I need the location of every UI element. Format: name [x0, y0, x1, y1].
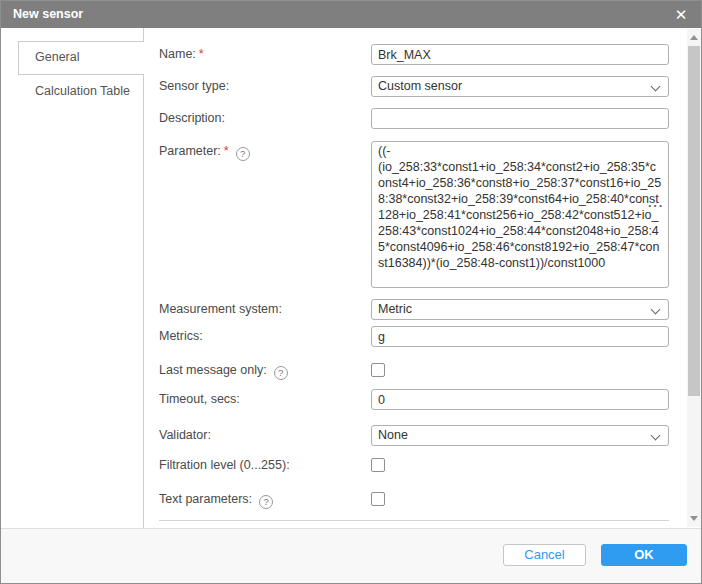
filtration-level-checkbox[interactable] [371, 458, 385, 472]
arrow-up-icon[interactable] [690, 35, 698, 40]
selected-value: None [378, 426, 408, 445]
required-marker: * [199, 47, 204, 61]
form-row-name: Name:* [1, 44, 687, 65]
parameter-expand-button[interactable]: ··· [648, 199, 664, 213]
metrics-input[interactable] [371, 326, 669, 347]
form-row-sensor-type: Sensor type: Custom sensor [1, 76, 687, 97]
timeout-input[interactable] [371, 389, 669, 410]
selected-value: Metric [378, 300, 412, 319]
form-row-text-parameters: Text parameters:? [1, 492, 687, 508]
sensor-type-select[interactable]: Custom sensor [371, 76, 669, 97]
titlebar: New sensor ✕ [1, 1, 701, 28]
measurement-system-label: Measurement system: [159, 299, 282, 320]
tab-column-divider [143, 28, 144, 41]
section-divider [159, 520, 669, 521]
form-row-measurement-system: Measurement system: Metric [1, 299, 687, 320]
parameter-label: Parameter:*? [159, 141, 250, 162]
arrow-down-icon[interactable] [690, 516, 698, 521]
chevron-down-icon [651, 431, 661, 441]
close-icon[interactable]: ✕ [671, 1, 691, 28]
text-parameters-checkbox[interactable] [371, 492, 385, 506]
form-row-filtration-level: Filtration level (0...255): [1, 458, 687, 474]
validator-label: Validator: [159, 425, 211, 446]
description-label: Description: [159, 108, 225, 129]
form-row-validator: Validator: None [1, 425, 687, 446]
question-icon[interactable]: ? [236, 147, 250, 161]
timeout-label: Timeout, secs: [159, 389, 240, 410]
last-message-only-label: Last message only:? [159, 363, 288, 380]
chevron-down-icon [651, 305, 661, 315]
selected-value: Custom sensor [378, 77, 462, 96]
scrollbar[interactable] [687, 29, 701, 527]
question-icon[interactable]: ? [274, 366, 288, 380]
filtration-level-label: Filtration level (0...255): [159, 458, 290, 473]
dialog-footer [1, 528, 701, 583]
form-row-timeout: Timeout, secs: [1, 389, 687, 410]
name-input[interactable] [371, 44, 669, 65]
ok-button[interactable]: OK [601, 544, 687, 566]
validator-select[interactable]: None [371, 425, 669, 446]
measurement-system-select[interactable]: Metric [371, 299, 669, 320]
dialog-title: New sensor [13, 1, 83, 28]
sensor-type-label: Sensor type: [159, 76, 229, 97]
description-input[interactable] [371, 108, 669, 129]
last-message-only-checkbox[interactable] [371, 363, 385, 377]
new-sensor-dialog: New sensor ✕ General Calculation Table N… [0, 0, 702, 584]
form-row-parameter: Parameter:*? ((-(io_258:33*const1+io_258… [1, 141, 687, 288]
form-row-metrics: Metrics: [1, 326, 687, 347]
name-label: Name:* [159, 44, 204, 65]
chevron-down-icon [651, 82, 661, 92]
cancel-button[interactable]: Cancel [503, 544, 586, 566]
text-parameters-label: Text parameters:? [159, 492, 273, 509]
parameter-textarea[interactable]: ((-(io_258:33*const1+io_258:34*const2+io… [371, 141, 669, 288]
scrollbar-thumb[interactable] [688, 46, 700, 396]
metrics-label: Metrics: [159, 326, 203, 347]
form-row-last-message-only: Last message only:? [1, 363, 687, 379]
required-marker: * [224, 144, 229, 158]
question-icon[interactable]: ? [259, 495, 273, 509]
form-row-description: Description: [1, 108, 687, 129]
